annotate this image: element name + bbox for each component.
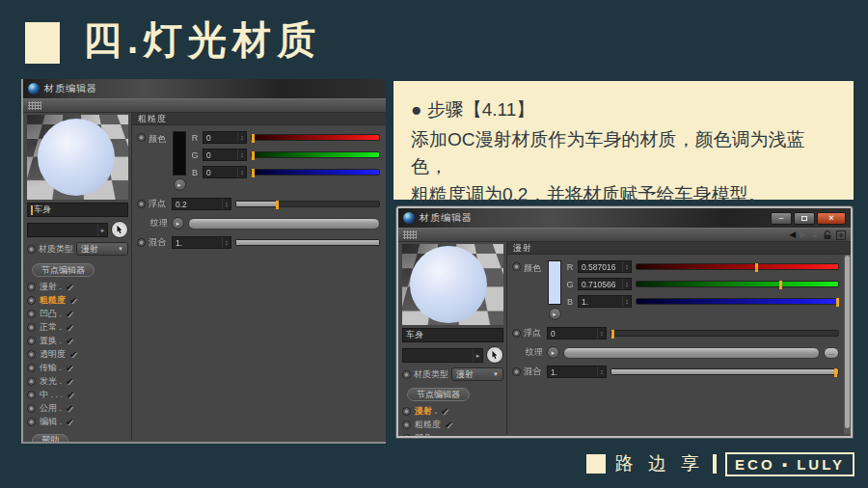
stepper-icon[interactable]: ↕	[622, 261, 631, 272]
material-preview[interactable]	[402, 244, 503, 325]
channel-radio[interactable]	[27, 404, 36, 413]
channel-radio[interactable]	[27, 337, 36, 345]
slider-handle[interactable]	[611, 330, 614, 339]
stepper-icon[interactable]: ↕	[597, 328, 606, 339]
material-type-select[interactable]: 漫射 ▼	[451, 367, 503, 381]
mix-slider[interactable]	[610, 368, 839, 375]
stepper-icon[interactable]: ↕	[622, 296, 631, 307]
channel-row-opacity[interactable]: 透明度 ✔	[27, 348, 128, 361]
color-swatch[interactable]	[548, 260, 561, 305]
scrollbar-thumb[interactable]	[845, 256, 850, 428]
b-slider[interactable]	[636, 298, 839, 305]
check-icon[interactable]: ✔	[66, 283, 73, 292]
stepper-icon[interactable]: ↕	[622, 279, 631, 289]
slider-handle[interactable]	[755, 263, 758, 272]
g-value-field[interactable]: 0 ↕	[203, 149, 247, 161]
g-value-field[interactable]: 0.710566 ↕	[578, 278, 632, 290]
pick-object-button[interactable]	[486, 346, 503, 364]
slider-handle[interactable]	[252, 151, 255, 160]
channel-row-edit[interactable]: 编辑 . ✔	[27, 416, 128, 428]
check-icon[interactable]: ✔	[66, 377, 73, 387]
material-slot-field[interactable]: ▸	[402, 348, 483, 363]
play-icon[interactable]: ▸	[549, 308, 561, 320]
node-editor-button[interactable]: 节点编辑器	[407, 388, 470, 401]
b-slider[interactable]	[251, 169, 380, 176]
r-slider[interactable]	[636, 263, 839, 270]
check-icon[interactable]: ✔	[69, 350, 77, 360]
lock-icon[interactable]	[823, 230, 832, 240]
close-button[interactable]: ×	[817, 212, 846, 225]
check-icon[interactable]: ✔	[66, 418, 73, 427]
channel-row-roughness[interactable]: 粗糙度 ✔	[27, 294, 128, 307]
channel-row-transmission[interactable]: 传输 . ✔	[27, 362, 128, 374]
channel-row-emission[interactable]: 发光 . ✔	[27, 375, 128, 388]
titlebar[interactable]: 材质编辑器	[23, 79, 386, 98]
minimize-button[interactable]: –	[771, 212, 792, 225]
vertical-scrollbar[interactable]	[844, 255, 851, 434]
back-icon[interactable]: ◀	[789, 230, 796, 239]
grip-icon[interactable]	[403, 230, 417, 239]
forward-icon[interactable]: ▶	[800, 230, 806, 239]
mix-value-field[interactable]: 1. ↕	[172, 236, 231, 249]
mix-radio[interactable]	[512, 367, 521, 376]
add-icon[interactable]	[836, 230, 846, 240]
maximize-button[interactable]	[794, 212, 815, 225]
material-slot-field[interactable]: ▸	[27, 223, 108, 237]
texture-field[interactable]	[563, 347, 820, 359]
channel-row-common[interactable]: 公用 . ✔	[27, 402, 128, 415]
channel-row-normal[interactable]: 正常 . ✔	[27, 321, 128, 334]
color-radio[interactable]	[137, 133, 146, 142]
channel-row-roughness[interactable]: 粗糙度 ✔	[402, 419, 503, 431]
channel-radio[interactable]	[27, 418, 36, 426]
play-icon[interactable]: ▸	[172, 217, 184, 230]
slider-handle[interactable]	[779, 281, 782, 289]
channel-radio[interactable]	[27, 364, 36, 372]
titlebar[interactable]: 材质编辑器 – ×	[398, 208, 851, 228]
mix-radio[interactable]	[137, 238, 146, 247]
expand-icon[interactable]: ▸	[473, 349, 482, 362]
channel-radio[interactable]	[402, 407, 411, 416]
up-icon[interactable]: ▲	[810, 230, 819, 239]
float-slider[interactable]	[235, 201, 380, 207]
check-icon[interactable]: ✔	[66, 310, 73, 319]
float-slider[interactable]	[610, 330, 839, 337]
b-value-field[interactable]: 0 ↕	[203, 166, 247, 178]
material-name-input[interactable]: 车身	[27, 203, 128, 217]
slider-handle[interactable]	[834, 368, 837, 377]
channel-row-bump[interactable]: 凹凸 . ✔	[402, 432, 503, 438]
stepper-icon[interactable]: ↕	[597, 366, 606, 377]
help-button[interactable]: 帮助	[32, 434, 68, 445]
node-editor-button[interactable]: 节点编辑器	[32, 263, 95, 277]
check-icon[interactable]: ✔	[67, 391, 74, 400]
r-slider[interactable]	[251, 134, 380, 141]
r-value-field[interactable]: 0 ↕	[203, 131, 247, 144]
float-value-field[interactable]: 0 ↕	[547, 327, 607, 339]
texture-field[interactable]	[188, 218, 380, 230]
stepper-icon[interactable]: ↕	[222, 237, 231, 248]
channel-radio[interactable]	[27, 350, 36, 359]
check-icon[interactable]: ✔	[441, 407, 448, 417]
float-radio[interactable]	[137, 200, 146, 208]
browse-button[interactable]: ...	[824, 347, 839, 359]
check-icon[interactable]: ✔	[441, 434, 448, 439]
material-type-select[interactable]: 漫射 ▼	[76, 242, 128, 256]
channel-row-medium[interactable]: 中 . . . ✔	[27, 389, 128, 401]
channel-radio[interactable]	[27, 296, 36, 305]
material-type-radio[interactable]	[402, 370, 411, 379]
g-slider[interactable]	[251, 151, 380, 158]
play-icon[interactable]: ▸	[174, 178, 186, 191]
slider-handle[interactable]	[252, 134, 255, 143]
material-type-radio[interactable]	[27, 245, 36, 254]
mix-value-field[interactable]: 1. ↕	[547, 366, 607, 378]
float-radio[interactable]	[512, 329, 521, 338]
check-icon[interactable]: ✔	[66, 404, 73, 414]
material-preview[interactable]	[27, 115, 128, 200]
check-icon[interactable]: ✔	[66, 337, 73, 346]
material-name-input[interactable]: 车身	[402, 328, 503, 342]
channel-radio[interactable]	[27, 391, 36, 399]
check-icon[interactable]: ✔	[66, 323, 73, 333]
float-value-field[interactable]: 0.2 ↕	[172, 198, 231, 210]
pick-object-button[interactable]	[111, 221, 128, 238]
color-swatch[interactable]	[173, 131, 186, 176]
check-icon[interactable]: ✔	[445, 420, 452, 430]
